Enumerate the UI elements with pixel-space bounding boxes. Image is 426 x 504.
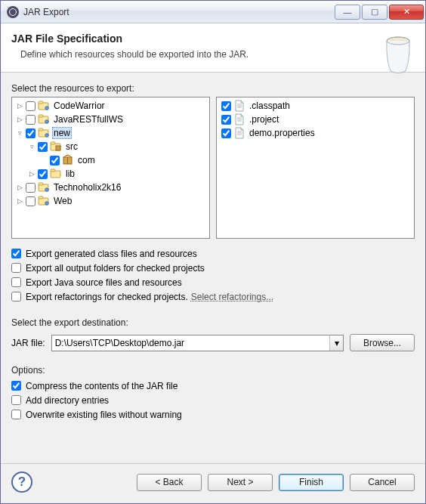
expander-icon[interactable]: ▷ bbox=[15, 197, 24, 205]
list-item-label: .classpath bbox=[248, 100, 292, 111]
tree-checkbox[interactable] bbox=[26, 101, 36, 111]
option-checkbox[interactable] bbox=[11, 292, 21, 301]
tree-checkbox[interactable] bbox=[50, 156, 60, 165]
expander-icon[interactable]: ▷ bbox=[15, 116, 24, 123]
expander-icon[interactable]: ▷ bbox=[15, 184, 24, 191]
option-checkbox[interactable] bbox=[11, 277, 21, 287]
file-icon bbox=[233, 100, 245, 112]
option-label: Export generated class files and resourc… bbox=[26, 249, 197, 259]
svg-point-20 bbox=[45, 188, 48, 191]
svg-rect-17 bbox=[51, 169, 55, 172]
tree-item[interactable]: ▿new bbox=[14, 126, 208, 140]
src-icon bbox=[50, 141, 62, 153]
next-button[interactable]: Next > bbox=[208, 474, 273, 491]
jarfile-combo[interactable]: ▾ bbox=[51, 335, 344, 351]
chevron-down-icon[interactable]: ▾ bbox=[329, 335, 343, 351]
tree-item[interactable]: ▷JavaRESTfullWS bbox=[14, 113, 208, 126]
svg-rect-22 bbox=[39, 196, 43, 199]
select-refactorings-link[interactable]: Select refactorings... bbox=[191, 292, 273, 302]
project-icon bbox=[38, 181, 50, 193]
maximize-button[interactable]: ▢ bbox=[362, 5, 387, 20]
browse-button[interactable]: Browse... bbox=[350, 334, 415, 351]
export-option: Export refactorings for checked projects… bbox=[11, 289, 415, 304]
list-checkbox[interactable] bbox=[221, 101, 231, 111]
tree-item[interactable]: ▿src bbox=[14, 140, 208, 153]
tree-item-label: src bbox=[64, 141, 79, 152]
list-item-label: demo.properties bbox=[248, 128, 316, 138]
list-checkbox[interactable] bbox=[221, 128, 231, 138]
tree-item-label: new bbox=[52, 127, 72, 139]
svg-rect-6 bbox=[39, 115, 43, 117]
expander-icon[interactable]: ▷ bbox=[15, 102, 24, 110]
jarfile-label: JAR file: bbox=[11, 338, 45, 348]
list-item-label: .project bbox=[248, 114, 280, 125]
back-button[interactable]: < Back bbox=[137, 474, 202, 491]
titlebar[interactable]: JAR Export — ▢ ✕ bbox=[1, 1, 425, 23]
tree-checkbox[interactable] bbox=[26, 128, 36, 138]
option-checkbox[interactable] bbox=[11, 263, 21, 273]
tree-checkbox[interactable] bbox=[38, 169, 48, 179]
destination-label: Select the export destination: bbox=[11, 317, 415, 328]
option-label: Export refactorings for checked projects… bbox=[26, 292, 188, 302]
package-icon bbox=[62, 154, 74, 166]
jar-option: Add directory entries bbox=[11, 393, 415, 407]
tree-checkbox[interactable] bbox=[38, 142, 48, 152]
list-item[interactable]: .classpath bbox=[218, 99, 412, 113]
resources-label: Select the resources to export: bbox=[11, 83, 415, 94]
expander-icon[interactable]: ▿ bbox=[15, 129, 24, 137]
help-button[interactable]: ? bbox=[11, 472, 32, 493]
jar-export-window: JAR Export — ▢ ✕ JAR File Specification … bbox=[0, 0, 426, 504]
svg-point-7 bbox=[45, 120, 48, 123]
svg-point-10 bbox=[45, 134, 48, 137]
close-button[interactable]: ✕ bbox=[389, 5, 424, 20]
tree-item[interactable]: ▷lib bbox=[14, 167, 208, 181]
tree-item-label: Web bbox=[52, 196, 73, 206]
file-list[interactable]: .classpath.projectdemo.properties bbox=[216, 97, 415, 239]
wizard-header: JAR File Specification Define which reso… bbox=[1, 23, 425, 73]
resource-tree[interactable]: ▷CodeWarrior▷JavaRESTfullWS▿new▿srccom▷l… bbox=[11, 97, 210, 239]
jarfile-input[interactable] bbox=[52, 338, 329, 348]
option-checkbox[interactable] bbox=[11, 249, 21, 258]
svg-rect-9 bbox=[39, 128, 43, 131]
finish-button[interactable]: Finish bbox=[279, 474, 344, 491]
eclipse-icon bbox=[7, 6, 19, 18]
jar-option: Compress the contents of the JAR file bbox=[11, 379, 415, 393]
list-item[interactable]: demo.properties bbox=[218, 126, 412, 140]
svg-rect-19 bbox=[39, 183, 43, 185]
expander-icon[interactable]: ▷ bbox=[27, 170, 36, 178]
list-item[interactable]: .project bbox=[218, 113, 412, 126]
tree-item-label: com bbox=[76, 155, 97, 165]
cancel-button[interactable]: Cancel bbox=[350, 474, 415, 491]
tree-checkbox[interactable] bbox=[26, 183, 36, 193]
option-checkbox[interactable] bbox=[11, 410, 21, 419]
tree-checkbox[interactable] bbox=[26, 115, 36, 125]
option-label: Export Java source files and resources bbox=[26, 277, 182, 288]
page-description: Define which resources should be exporte… bbox=[20, 49, 415, 60]
option-checkbox[interactable] bbox=[11, 395, 21, 405]
tree-item-label: CodeWarrior bbox=[52, 100, 106, 111]
option-label: Overwrite existing files without warning bbox=[26, 410, 182, 420]
tree-item[interactable]: com bbox=[14, 153, 208, 167]
tree-checkbox[interactable] bbox=[26, 196, 36, 206]
project-icon bbox=[38, 100, 50, 112]
project-icon bbox=[38, 127, 50, 139]
list-checkbox[interactable] bbox=[221, 115, 231, 125]
svg-rect-3 bbox=[39, 101, 43, 104]
file-icon bbox=[233, 113, 245, 125]
option-checkbox[interactable] bbox=[11, 381, 21, 391]
project-icon bbox=[38, 113, 50, 125]
jar-option: Overwrite existing files without warning bbox=[11, 407, 415, 422]
jar-banner-icon bbox=[368, 29, 416, 76]
tree-item[interactable]: ▷Technoholix2k16 bbox=[14, 181, 208, 194]
minimize-button[interactable]: — bbox=[335, 5, 360, 20]
svg-point-4 bbox=[45, 107, 48, 110]
wizard-body: Select the resources to export: ▷CodeWar… bbox=[1, 73, 425, 463]
tree-item[interactable]: ▷Web bbox=[14, 194, 208, 208]
wizard-footer: ? < Back Next > Finish Cancel bbox=[1, 463, 425, 503]
window-title: JAR Export bbox=[23, 7, 335, 17]
expander-icon[interactable]: ▿ bbox=[27, 143, 36, 150]
export-option: Export all output folders for checked pr… bbox=[11, 261, 415, 275]
svg-rect-12 bbox=[51, 142, 55, 144]
tree-item[interactable]: ▷CodeWarrior bbox=[14, 99, 208, 113]
option-label: Export all output folders for checked pr… bbox=[26, 263, 205, 274]
